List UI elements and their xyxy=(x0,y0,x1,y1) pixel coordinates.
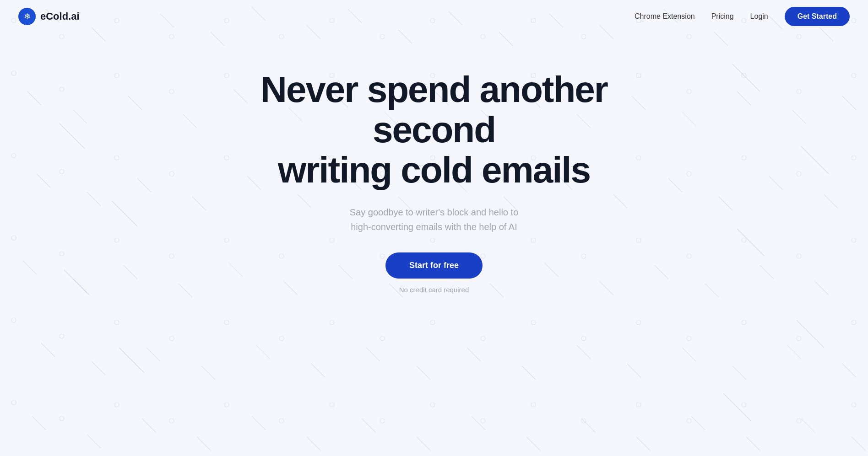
hero-section: Never spend another second writing cold … xyxy=(0,33,868,294)
logo[interactable]: ❄ eCold.ai xyxy=(18,8,80,25)
nav-chrome-extension[interactable]: Chrome Extension xyxy=(635,12,695,21)
svg-point-194 xyxy=(636,402,641,407)
svg-line-84 xyxy=(197,437,211,451)
svg-point-177 xyxy=(636,320,641,325)
navbar: ❄ eCold.ai Chrome Extension Pricing Logi… xyxy=(0,0,868,33)
svg-line-93 xyxy=(691,416,705,430)
svg-point-191 xyxy=(481,418,485,423)
svg-line-80 xyxy=(842,364,856,377)
svg-point-190 xyxy=(430,402,435,407)
svg-point-198 xyxy=(852,402,856,407)
hero-title-line1: Never spend another second xyxy=(260,69,608,150)
svg-point-173 xyxy=(430,320,435,325)
svg-line-66 xyxy=(92,361,105,375)
svg-point-184 xyxy=(114,402,119,407)
svg-line-74 xyxy=(522,366,536,380)
start-free-button[interactable]: Start for free xyxy=(385,252,483,279)
svg-line-87 xyxy=(362,418,375,432)
svg-point-167 xyxy=(114,320,119,325)
svg-line-82 xyxy=(87,435,101,448)
svg-line-85 xyxy=(252,416,266,430)
svg-line-205 xyxy=(119,348,144,373)
svg-line-88 xyxy=(417,437,430,451)
svg-line-83 xyxy=(142,418,156,432)
svg-point-183 xyxy=(60,416,64,421)
svg-line-91 xyxy=(581,418,595,432)
svg-point-196 xyxy=(742,402,746,407)
svg-point-176 xyxy=(581,336,586,341)
svg-line-206 xyxy=(797,320,824,348)
hero-title-line2: writing cold emails xyxy=(278,150,590,190)
svg-point-180 xyxy=(797,336,801,341)
nav-pricing[interactable]: Pricing xyxy=(711,12,734,21)
no-credit-card-text: No credit card required xyxy=(399,286,469,294)
svg-line-86 xyxy=(307,437,320,451)
nav-login[interactable]: Login xyxy=(750,12,768,21)
svg-point-170 xyxy=(279,336,284,341)
hero-subtitle: Say goodbye to writer's block and hello … xyxy=(350,205,518,234)
logo-icon: ❄ xyxy=(18,8,36,25)
svg-line-96 xyxy=(852,437,865,451)
hero-title: Never spend another second writing cold … xyxy=(228,70,640,190)
svg-point-197 xyxy=(797,418,801,423)
svg-line-78 xyxy=(732,366,746,380)
svg-line-94 xyxy=(746,437,760,451)
svg-point-175 xyxy=(531,320,536,325)
svg-line-69 xyxy=(256,345,270,359)
svg-point-174 xyxy=(481,336,485,341)
svg-line-207 xyxy=(723,393,751,421)
svg-point-179 xyxy=(742,320,746,325)
svg-point-189 xyxy=(380,418,385,423)
svg-line-77 xyxy=(682,348,696,361)
nav-links: Chrome Extension Pricing Login Get Start… xyxy=(635,7,850,26)
logo-text: eCold.ai xyxy=(40,11,80,22)
svg-line-65 xyxy=(41,343,55,357)
svg-line-70 xyxy=(311,364,325,377)
svg-line-68 xyxy=(201,366,215,380)
svg-point-172 xyxy=(380,336,385,341)
svg-point-182 xyxy=(11,400,16,405)
svg-point-181 xyxy=(852,320,856,325)
svg-point-165 xyxy=(11,318,16,322)
svg-line-81 xyxy=(32,416,46,430)
svg-point-171 xyxy=(330,320,334,325)
svg-line-76 xyxy=(627,364,641,377)
svg-point-188 xyxy=(330,402,334,407)
svg-point-187 xyxy=(279,418,284,423)
svg-line-67 xyxy=(146,348,160,361)
svg-point-193 xyxy=(581,418,586,423)
svg-line-92 xyxy=(636,437,650,451)
svg-point-169 xyxy=(224,320,229,325)
svg-line-75 xyxy=(577,345,591,359)
hero-subtitle-line2: high-converting emails with the help of … xyxy=(351,222,517,232)
svg-line-72 xyxy=(417,366,430,380)
svg-point-178 xyxy=(687,336,691,341)
svg-line-71 xyxy=(366,348,380,361)
svg-point-185 xyxy=(169,418,174,423)
svg-point-166 xyxy=(60,334,64,338)
svg-point-168 xyxy=(169,336,174,341)
get-started-button[interactable]: Get Started xyxy=(785,7,850,26)
svg-line-89 xyxy=(472,416,485,430)
svg-line-90 xyxy=(526,437,540,451)
hero-subtitle-line1: Say goodbye to writer's block and hello … xyxy=(350,207,518,217)
svg-point-192 xyxy=(531,402,536,407)
svg-line-79 xyxy=(787,345,801,359)
svg-line-73 xyxy=(467,348,481,361)
svg-point-186 xyxy=(224,402,229,407)
svg-line-95 xyxy=(801,418,815,432)
svg-point-195 xyxy=(687,418,691,423)
